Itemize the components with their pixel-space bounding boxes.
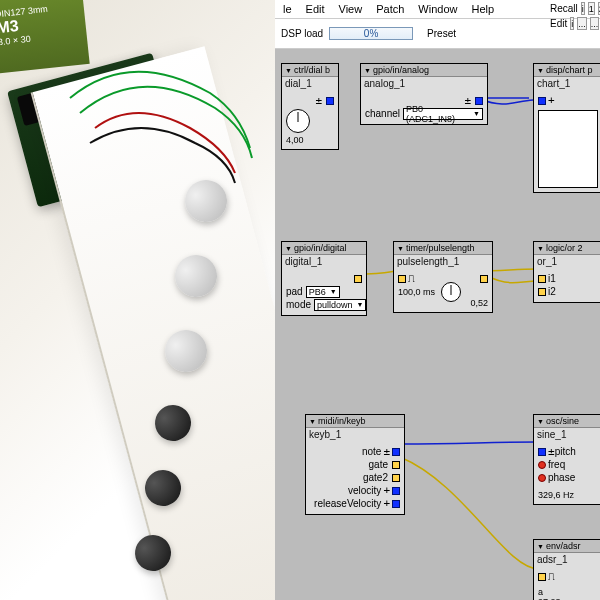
node-title: timer/pulselength: [394, 242, 492, 255]
i1-label: i1: [548, 273, 556, 284]
node-title: gpio/in/digital: [282, 242, 366, 255]
dsp-load-bar: 0%: [329, 27, 413, 40]
node-name: analog_1: [361, 77, 487, 92]
sym: ±: [548, 445, 555, 458]
outlet[interactable]: [480, 275, 488, 283]
node-title: gpio/in/analog: [361, 64, 487, 77]
sym: +: [383, 484, 390, 497]
pulse-time: 100,0 ms: [398, 287, 435, 297]
channel-label: channel: [365, 108, 400, 119]
mode-select[interactable]: pulldown: [314, 299, 366, 311]
sym: +: [383, 497, 390, 510]
outlet-note[interactable]: [392, 448, 400, 456]
pulse-icon: ⎍: [408, 272, 415, 285]
node-chart[interactable]: disp/chart p chart_1 +: [533, 63, 600, 193]
phase-label: phase: [548, 472, 575, 483]
recall-label: Recall: [550, 3, 578, 14]
edit-btn[interactable]: i: [570, 17, 574, 30]
enclosure-panel: [31, 46, 275, 600]
menu-patch[interactable]: Patch: [370, 1, 410, 17]
dial-control[interactable]: [286, 109, 310, 133]
node-analog[interactable]: gpio/in/analog analog_1 ± channel PB0 (A…: [360, 63, 488, 125]
relvel-label: releaseVelocity: [314, 498, 381, 509]
sym: ±: [383, 445, 390, 458]
in-sym: +: [548, 94, 555, 107]
edit-btn[interactable]: ...: [590, 17, 600, 30]
menu-window[interactable]: Window: [412, 1, 463, 17]
node-name: chart_1: [534, 77, 600, 92]
node-dial[interactable]: ctrl/dial b dial_1 ± 4,00: [281, 63, 339, 150]
gate-label: gate: [369, 459, 388, 470]
outlet[interactable]: [354, 275, 362, 283]
menu-file[interactable]: le: [277, 1, 298, 17]
node-name: sine_1: [534, 428, 600, 443]
menu-edit[interactable]: Edit: [300, 1, 331, 17]
edit-label: Edit: [550, 18, 567, 29]
node-name: pulselength_1: [394, 255, 492, 270]
recall-btn[interactable]: i: [581, 2, 585, 15]
node-title: logic/or 2: [534, 242, 600, 255]
outlet-velocity[interactable]: [392, 487, 400, 495]
inlet[interactable]: [538, 288, 546, 296]
mode-label: mode: [286, 299, 311, 310]
i2-label: i2: [548, 286, 556, 297]
menu-view[interactable]: View: [333, 1, 369, 17]
inlet-pitch[interactable]: [538, 448, 546, 456]
pulse-icon: ⎍: [548, 570, 555, 583]
outlet-gate2[interactable]: [392, 474, 400, 482]
outlet-relvel[interactable]: [392, 500, 400, 508]
edit-btn[interactable]: ...: [577, 17, 587, 30]
node-digital[interactable]: gpio/in/digital digital_1 pad PB6 mode p…: [281, 241, 367, 316]
node-keyb[interactable]: midi/in/keyb keyb_1 note± gate gate2 vel…: [305, 414, 405, 515]
freq-label: freq: [548, 459, 565, 470]
patcher-app: le Edit View Patch Window Help DSP load …: [275, 0, 600, 600]
pulse-value: 0,52: [398, 298, 488, 308]
dial-value: 4,00: [286, 135, 334, 145]
dsp-load-value: 0%: [364, 28, 378, 39]
menu-help[interactable]: Help: [465, 1, 500, 17]
node-sine[interactable]: osc/sine sine_1 ±pitch freq phase 329,6 …: [533, 414, 600, 505]
pad-label: pad: [286, 286, 303, 297]
chart-display: [538, 110, 598, 188]
note-label: note: [362, 446, 381, 457]
toolbar: DSP load 0% Preset Recall i 1 2 Edit i .…: [275, 19, 600, 49]
inlet[interactable]: [538, 97, 546, 105]
node-name: keyb_1: [306, 428, 404, 443]
channel-select[interactable]: PB0 (ADC1_IN8): [403, 108, 483, 120]
a-label: a: [538, 587, 596, 597]
recall-btn[interactable]: 1: [588, 2, 595, 15]
node-title: ctrl/dial b: [282, 64, 338, 77]
patch-canvas[interactable]: ctrl/dial b dial_1 ± 4,00 gpio/in/analog…: [275, 49, 600, 600]
inlet[interactable]: [398, 275, 406, 283]
node-name: adsr_1: [534, 553, 600, 568]
node-title: disp/chart p: [534, 64, 600, 77]
inlet-freq[interactable]: [538, 461, 546, 469]
velocity-label: velocity: [348, 485, 381, 496]
inlet[interactable]: [538, 573, 546, 581]
screw-box: DIN127 3mm M3 3.0 × 30: [0, 0, 90, 74]
node-name: dial_1: [282, 77, 338, 92]
gate2-label: gate2: [363, 472, 388, 483]
dial-control[interactable]: [441, 282, 461, 302]
pad-select[interactable]: PB6: [306, 286, 340, 298]
node-title: env/adsr: [534, 540, 600, 553]
node-name: digital_1: [282, 255, 366, 270]
outlet-gate[interactable]: [392, 461, 400, 469]
node-title: osc/sine: [534, 415, 600, 428]
inlet[interactable]: [538, 275, 546, 283]
node-title: midi/in/keyb: [306, 415, 404, 428]
node-or[interactable]: logic/or 2 or_1 i1 i2: [533, 241, 600, 303]
node-pulselength[interactable]: timer/pulselength pulselength_1 ⎍ 100,0 …: [393, 241, 493, 313]
inlet-phase[interactable]: [538, 474, 546, 482]
preset-label: Preset: [427, 28, 456, 39]
out-sym: ±: [315, 94, 322, 107]
hardware-photo: DIN127 3mm M3 3.0 × 30: [0, 0, 275, 600]
dsp-load-label: DSP load: [281, 28, 323, 39]
node-adsr[interactable]: env/adsr adsr_1 ⎍ a 97,08 ms: [533, 539, 600, 600]
freq-value: 329,6 Hz: [538, 490, 596, 500]
outlet[interactable]: [475, 97, 483, 105]
pitch-label: pitch: [555, 446, 576, 457]
outlet[interactable]: [326, 97, 334, 105]
node-name: or_1: [534, 255, 600, 270]
